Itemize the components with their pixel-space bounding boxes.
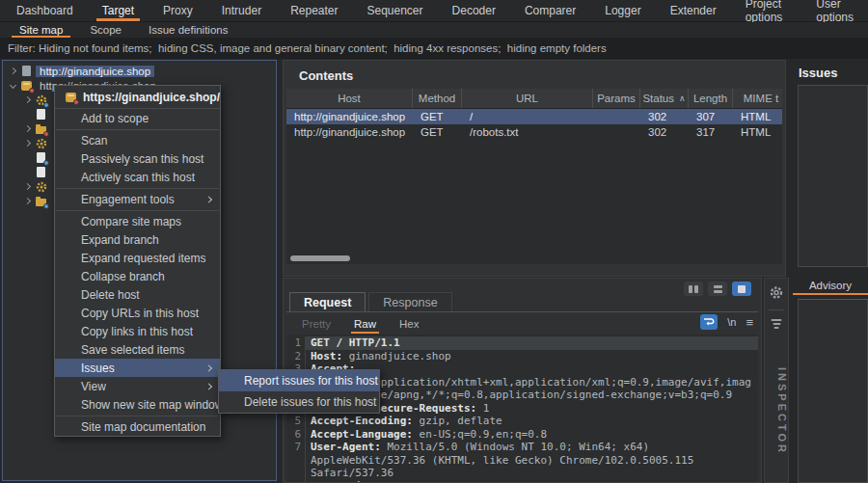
menu-item-copy-urls-in-this-host[interactable]: Copy URLs in this host: [55, 304, 220, 322]
menubar-tab-intruder[interactable]: Intruder: [207, 0, 276, 21]
menu-item-compare-site-maps[interactable]: Compare site maps: [55, 212, 220, 230]
context-menu-header-label: https://ginandjuice.shop/: [83, 91, 220, 104]
table-row[interactable]: http://ginandjuice.shopGET/302307HTML: [286, 109, 782, 124]
inspector-label: INSPECTOR: [765, 348, 788, 473]
menubar-tab-proxy[interactable]: Proxy: [149, 0, 207, 21]
menu-item-show-new-site-map-window[interactable]: Show new site map window: [55, 395, 220, 414]
chevron-right-icon[interactable]: [24, 140, 31, 147]
cell-url: /: [462, 111, 593, 122]
tab-raw[interactable]: Raw: [342, 313, 388, 335]
contents-table-body: http://ginandjuice.shopGET/302307HTMLhtt…: [286, 109, 782, 140]
editor-menu-icon[interactable]: ≡: [746, 316, 753, 329]
collapse-icon[interactable]: [772, 319, 782, 329]
filter-text: Filter: Hiding not found items; hiding C…: [8, 42, 607, 54]
subtab-issue-definitions[interactable]: Issue definitions: [135, 22, 241, 38]
chevron-right-icon[interactable]: [24, 96, 31, 103]
subtab-site-map[interactable]: Site map: [6, 22, 76, 38]
menu-item-scan[interactable]: Scan: [55, 131, 220, 149]
cell-method: GET: [413, 111, 462, 122]
cell-status: 302: [640, 126, 689, 138]
document-icon: [35, 151, 47, 164]
menu-item-expand-requested-items[interactable]: Expand requested items: [55, 249, 220, 267]
word-wrap-toggle-button[interactable]: [700, 314, 718, 330]
menu-item-view[interactable]: View: [55, 377, 220, 395]
editor-line: 8Connection: close: [286, 480, 758, 483]
chevron-right-icon[interactable]: [24, 183, 31, 190]
column-header-url[interactable]: URL: [462, 89, 593, 108]
menu-item-copy-links-in-this-host[interactable]: Copy links in this host: [55, 322, 220, 340]
context-menu-header: https://ginandjuice.shop/: [55, 86, 220, 109]
chevron-right-icon[interactable]: [24, 198, 31, 204]
table-row[interactable]: http://ginandjuice.shopGET/robots.txt302…: [286, 124, 782, 140]
chevron-down-icon[interactable]: [10, 82, 16, 89]
tab-advisory[interactable]: Advisory: [793, 278, 868, 295]
word-wrap-icon: [703, 317, 715, 327]
horizontal-scrollbar[interactable]: [290, 255, 350, 261]
menubar-tab-project-options[interactable]: Project options: [731, 0, 802, 21]
contents-title: Contents: [284, 61, 785, 89]
menu-item-save-selected-items[interactable]: Save selected items: [55, 340, 220, 359]
gear-icon: [35, 180, 47, 193]
chevron-right-icon[interactable]: [10, 67, 16, 74]
column-header-host[interactable]: Host: [286, 89, 413, 108]
menu-item-engagement-tools[interactable]: Engagement tools: [55, 190, 220, 208]
context-menu: https://ginandjuice.shop/ Add to scopeSc…: [54, 85, 221, 437]
advisory-panel: [798, 299, 868, 483]
gear-icon[interactable]: [770, 285, 784, 300]
newline-toggle[interactable]: \n: [727, 316, 736, 328]
submenu-arrow-icon: [205, 196, 212, 202]
gear-icon: [35, 94, 47, 106]
menubar-tab-user-options[interactable]: User options: [801, 0, 868, 21]
issues-title: Issues: [799, 66, 837, 80]
cell-url: /robots.txt: [462, 126, 593, 138]
column-header-method[interactable]: Method: [413, 89, 462, 108]
menubar-tab-target[interactable]: Target: [88, 0, 149, 21]
submenu-item-delete-issues-for-this-host[interactable]: Delete issues for this host: [219, 391, 379, 413]
cell-host: http://ginandjuice.shop: [286, 111, 413, 122]
editor-line: 5Accept-Encoding: gzip, deflate: [286, 415, 758, 428]
document-icon: [35, 166, 47, 178]
menubar-tab-logger[interactable]: Logger: [590, 0, 655, 21]
editor-line: AppleWebKit/537.36 (KHTML, like Gecko) C…: [286, 454, 758, 468]
cell-mime: HTML: [733, 111, 782, 122]
tab-hex[interactable]: Hex: [388, 313, 430, 335]
menu-item-delete-host[interactable]: Delete host: [55, 285, 220, 304]
folder-icon: [35, 195, 47, 207]
tab-request[interactable]: Request: [289, 292, 366, 311]
menubar-tab-extender[interactable]: Extender: [656, 0, 731, 21]
tree-row[interactable]: http://ginandjuice.shop: [3, 64, 276, 78]
filter-bar[interactable]: Filter: Hiding not found items; hiding C…: [0, 38, 868, 59]
host-icon: [20, 79, 33, 92]
menu-item-passively-scan-this-host[interactable]: Passively scan this host: [55, 149, 220, 168]
menubar-tab-comparer[interactable]: Comparer: [510, 0, 590, 21]
gear-icon: [35, 137, 47, 149]
column-header-length[interactable]: Length: [689, 89, 733, 108]
menubar-tab-dashboard[interactable]: Dashboard: [2, 0, 88, 21]
document-gray-icon: [20, 65, 33, 77]
menubar-tab-decoder[interactable]: Decoder: [438, 0, 510, 21]
menu-item-add-to-scope[interactable]: Add to scope: [55, 109, 220, 127]
contents-panel: Contents HostMethodURLParamsStatus∧Lengt…: [283, 60, 786, 277]
menu-item-expand-branch[interactable]: Expand branch: [55, 230, 220, 249]
submenu-arrow-icon: [205, 364, 212, 371]
column-header-mime-t[interactable]: MIME t: [733, 89, 782, 108]
sort-ascending-icon: ∧: [679, 94, 686, 103]
chevron-right-icon[interactable]: [24, 125, 31, 132]
subtab-scope[interactable]: Scope: [76, 22, 135, 38]
tab-pretty[interactable]: Pretty: [290, 313, 342, 335]
menu-item-collapse-branch[interactable]: Collapse branch: [55, 267, 220, 285]
tab-response[interactable]: Response: [368, 292, 451, 311]
contents-table[interactable]: HostMethodURLParamsStatus∧LengthMIME t h…: [286, 89, 782, 264]
menu-item-site-map-documentation[interactable]: Site map documentation: [55, 417, 220, 436]
column-header-status[interactable]: Status∧: [640, 89, 689, 108]
main-menu-bar: DashboardTargetProxyIntruderRepeaterSequ…: [0, 0, 868, 22]
menubar-tab-repeater[interactable]: Repeater: [276, 0, 352, 21]
document-icon: [35, 108, 47, 121]
menu-item-issues[interactable]: Issues: [55, 359, 220, 377]
request-response-tabs: Request Response: [286, 293, 758, 312]
column-header-params[interactable]: Params: [593, 89, 640, 108]
menu-item-actively-scan-this-host[interactable]: Actively scan this host: [55, 168, 220, 186]
submenu-item-report-issues-for-this-host[interactable]: Report issues for this host: [219, 370, 379, 391]
menubar-tab-sequencer[interactable]: Sequencer: [353, 0, 438, 21]
inspector-sidebar[interactable]: INSPECTOR: [764, 278, 789, 483]
